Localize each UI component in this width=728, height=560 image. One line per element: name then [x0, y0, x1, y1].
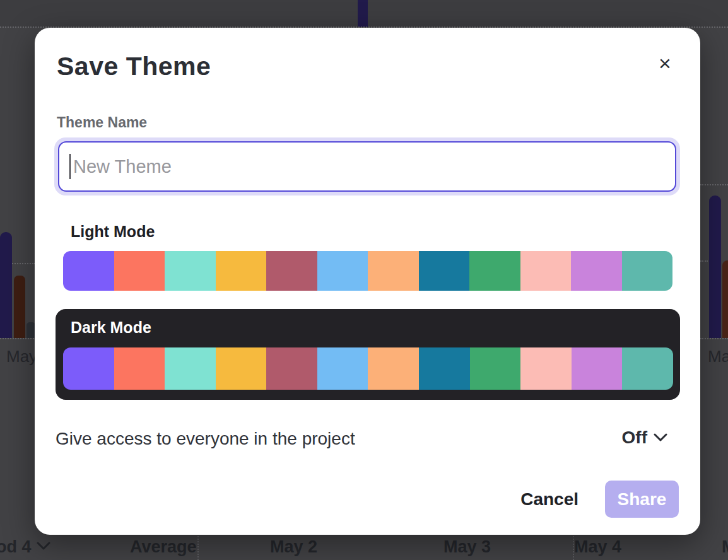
color-swatch: [520, 347, 572, 390]
x-axis-label-left: May: [6, 347, 37, 366]
theme-name-input[interactable]: [58, 141, 676, 192]
light-mode-palette: [63, 251, 672, 291]
close-icon[interactable]: ×: [655, 53, 675, 73]
access-label: Give access to everyone in the project: [56, 429, 355, 449]
chart-bar: [709, 195, 721, 338]
color-swatch: [520, 251, 572, 291]
color-swatch: [63, 251, 114, 291]
dialog-actions: Cancel Share: [520, 481, 679, 518]
color-swatch: [572, 347, 623, 390]
access-dropdown[interactable]: Off: [622, 428, 667, 448]
x-axis-label-may2: May 2: [270, 537, 317, 557]
color-swatch: [622, 347, 673, 390]
x-axis-label-partial: M: [722, 537, 728, 557]
color-swatch: [368, 251, 419, 291]
dark-mode-palette: [63, 347, 673, 390]
gridline: [0, 338, 37, 339]
axis-separator: [197, 533, 199, 560]
x-axis-strip: od 4 Average May 2 May 3 May 4 M: [0, 535, 728, 560]
color-swatch: [469, 251, 520, 291]
color-swatch: [317, 347, 368, 390]
access-dropdown-value: Off: [622, 428, 647, 448]
color-swatch: [368, 347, 419, 390]
color-swatch: [622, 251, 673, 291]
theme-name-focus-ring: [54, 137, 680, 195]
chart-bar: [0, 232, 12, 338]
chart-bar: [722, 260, 728, 338]
chart-bar: [26, 322, 35, 338]
color-swatch: [419, 251, 470, 291]
theme-name-label: Theme Name: [57, 114, 147, 131]
save-theme-dialog: Save Theme × Theme Name Light Mode Dark …: [35, 28, 700, 535]
chart-bar: [14, 276, 25, 338]
color-swatch: [165, 251, 216, 291]
chart-bar: [358, 0, 368, 27]
dialog-title: Save Theme: [57, 52, 211, 81]
color-swatch: [266, 347, 317, 390]
share-button[interactable]: Share: [605, 481, 679, 518]
dark-mode-label: Dark Mode: [71, 318, 151, 337]
dark-mode-card: Dark Mode: [56, 309, 680, 400]
color-swatch: [63, 347, 114, 390]
period-selector-label[interactable]: od 4: [0, 537, 32, 557]
color-swatch: [317, 251, 368, 291]
x-axis-label-may3: May 3: [443, 537, 491, 557]
color-swatch: [114, 251, 165, 291]
color-swatch: [571, 251, 622, 291]
chevron-down-icon: [654, 433, 667, 442]
color-swatch: [266, 251, 317, 291]
access-row: Give access to everyone in the project O…: [56, 428, 680, 453]
gridline: [700, 184, 728, 185]
color-swatch: [419, 347, 470, 390]
x-axis-label-average: Average: [130, 537, 197, 557]
x-axis-label-may4: May 4: [574, 537, 621, 557]
color-swatch: [114, 347, 165, 390]
chevron-down-icon[interactable]: [37, 541, 50, 551]
text-caret: [69, 154, 71, 179]
gridline: [700, 338, 728, 339]
cancel-button[interactable]: Cancel: [520, 489, 578, 510]
light-mode-label: Light Mode: [71, 223, 155, 241]
x-axis-label-right: Ma: [708, 347, 728, 366]
color-swatch: [165, 347, 216, 390]
color-swatch: [470, 347, 521, 390]
color-swatch: [216, 251, 267, 291]
color-swatch: [216, 347, 267, 390]
gridline: [700, 260, 708, 262]
